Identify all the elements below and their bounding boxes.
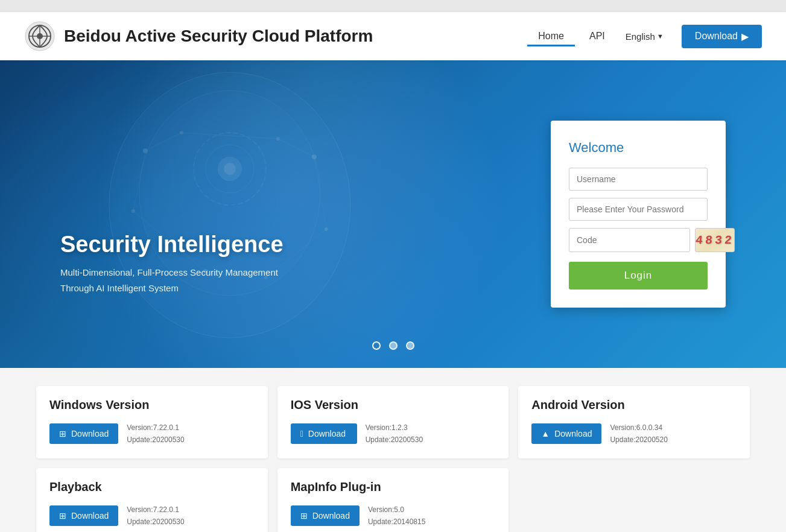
hero-text-block: Security Intelligence Multi-Dimensional,…	[60, 232, 284, 296]
apple-icon: 	[300, 429, 303, 439]
navbar-nav: Home API English ▼ Download ▶	[527, 25, 762, 48]
mapinfo-download-button[interactable]: ⊞ Download	[291, 505, 360, 526]
mapinfo-row: ⊞ Download Version:5.0 Update:20140815	[291, 504, 496, 528]
hero-title: Security Intelligence	[60, 232, 284, 258]
nav-home[interactable]: Home	[527, 26, 575, 46]
ios-download-button[interactable]:  Download	[291, 423, 357, 444]
download-grid-row1: Windows Version ⊞ Download Version:7.22.…	[36, 386, 750, 458]
android-download-button[interactable]: ▲ Download	[531, 423, 601, 444]
hero-subtitle: Multi-Dimensional, Full-Process Security…	[60, 265, 284, 296]
nav-api[interactable]: API	[581, 26, 613, 46]
chevron-down-icon: ▼	[657, 33, 664, 40]
download-grid-row2: Playback ⊞ Download Version:7.22.0.1 Upd…	[36, 468, 750, 532]
playback-row: ⊞ Download Version:7.22.0.1 Update:20200…	[49, 504, 255, 528]
arrow-right-icon: ▶	[741, 31, 749, 42]
captcha-input[interactable]	[569, 228, 690, 252]
windows-version-title: Windows Version	[49, 398, 255, 412]
windows-download-button[interactable]: ⊞ Download	[49, 423, 118, 444]
hero-section: Security Intelligence Multi-Dimensional,…	[0, 60, 786, 368]
captcha-row: 4832	[569, 228, 708, 252]
carousel-dot-1[interactable]	[372, 341, 381, 350]
login-button[interactable]: Login	[569, 262, 708, 290]
download-section: Windows Version ⊞ Download Version:7.22.…	[0, 368, 786, 532]
windows-icon: ⊞	[59, 429, 66, 439]
carousel-dot-2[interactable]	[389, 341, 398, 350]
android-icon: ▲	[541, 429, 550, 439]
ios-version-meta: Version:1.2.3 Update:20200530	[366, 422, 423, 446]
navbar: Beidou Active Security Cloud Platform Ho…	[0, 12, 786, 60]
username-input[interactable]	[569, 168, 708, 191]
windows-version-card: Windows Version ⊞ Download Version:7.22.…	[36, 386, 268, 458]
playback-download-button[interactable]: ⊞ Download	[49, 505, 118, 526]
nav-download-button[interactable]: Download ▶	[682, 25, 762, 48]
android-version-meta: Version:6.0.0.34 Update:20200520	[610, 422, 667, 446]
svg-point-25	[224, 163, 236, 175]
password-input[interactable]	[569, 198, 708, 221]
mapinfo-meta: Version:5.0 Update:20140815	[368, 504, 425, 528]
playback-title: Playback	[49, 480, 255, 494]
mapinfo-windows-icon: ⊞	[300, 511, 308, 521]
ios-version-card: IOS Version  Download Version:1.2.3 Upd…	[277, 386, 509, 458]
login-card: Welcome 4832 Login	[551, 121, 726, 308]
empty-card	[518, 468, 750, 532]
playback-meta: Version:7.22.0.1 Update:20200530	[127, 504, 184, 528]
mapinfo-card: MapInfo Plug-in ⊞ Download Version:5.0 U…	[277, 468, 509, 532]
ios-version-title: IOS Version	[291, 398, 496, 412]
windows-version-row: ⊞ Download Version:7.22.0.1 Update:20200…	[49, 422, 255, 446]
hero-network-illustration	[0, 60, 472, 368]
brand-logo	[24, 21, 55, 52]
navbar-title: Beidou Active Security Cloud Platform	[64, 27, 373, 46]
android-version-card: Android Version ▲ Download Version:6.0.0…	[518, 386, 750, 458]
carousel-dots	[372, 341, 414, 350]
android-version-row: ▲ Download Version:6.0.0.34 Update:20200…	[531, 422, 737, 446]
playback-card: Playback ⊞ Download Version:7.22.0.1 Upd…	[36, 468, 268, 532]
mapinfo-title: MapInfo Plug-in	[291, 480, 496, 494]
login-welcome: Welcome	[569, 140, 708, 156]
windows-version-meta: Version:7.22.0.1 Update:20200530	[127, 422, 184, 446]
captcha-image[interactable]: 4832	[695, 228, 735, 252]
carousel-dot-3[interactable]	[406, 341, 414, 350]
navbar-brand: Beidou Active Security Cloud Platform	[24, 21, 373, 52]
nav-lang[interactable]: English ▼	[620, 27, 670, 46]
browser-bar	[0, 0, 786, 12]
ios-version-row:  Download Version:1.2.3 Update:20200530	[291, 422, 496, 446]
playback-windows-icon: ⊞	[59, 511, 66, 521]
android-version-title: Android Version	[531, 398, 737, 412]
